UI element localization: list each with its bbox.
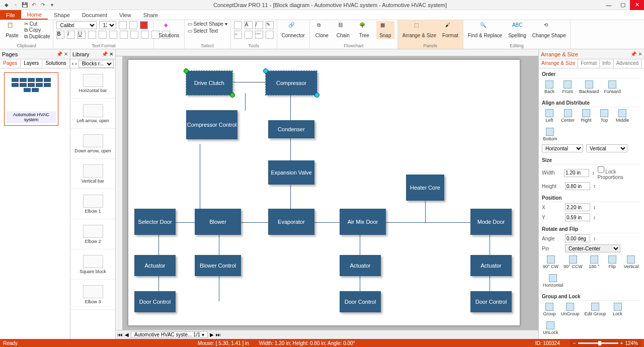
group-button[interactable]: Group <box>543 303 556 316</box>
tab-shape[interactable]: Shape <box>48 10 76 20</box>
edit-group-button[interactable]: Edit Group <box>585 303 606 316</box>
lib-item-square-block[interactable]: Square block <box>70 249 115 280</box>
rect-tool-icon[interactable] <box>234 21 242 29</box>
order-backward-button[interactable]: Backward <box>579 80 599 94</box>
align-top-button[interactable]: Top <box>598 109 611 123</box>
copy-button[interactable]: ⧉ Copy <box>24 27 50 33</box>
lock-button[interactable]: Lock <box>611 303 624 316</box>
lib-prev-icon[interactable]: ‹ <box>72 61 73 66</box>
library-selector[interactable]: Blocks r... <box>78 60 114 68</box>
paste-button[interactable]: 📋Paste <box>3 21 21 39</box>
block-actuator-2[interactable]: Actuator <box>340 255 381 276</box>
lib-item-down-arrow[interactable]: Down arrow, open <box>70 129 115 159</box>
valign-top-icon[interactable] <box>141 31 149 39</box>
qat-dropdown-icon[interactable]: ▾ <box>48 2 55 9</box>
ungroup-button[interactable]: UnGroup <box>561 303 580 316</box>
sheet-nav-last[interactable]: ⏭ <box>216 332 221 337</box>
grow-font-icon[interactable] <box>119 21 127 29</box>
align-right-button[interactable]: Right <box>580 109 593 123</box>
subscript-icon[interactable] <box>99 31 107 39</box>
tab-home[interactable]: Home <box>21 10 48 20</box>
undo-icon[interactable]: ↶ <box>30 2 37 9</box>
block-actuator-1[interactable]: Actuator <box>134 255 176 276</box>
lib-item-horizontal-bar[interactable]: Horizontal bar <box>70 68 115 99</box>
arrange-size-button[interactable]: ⬚Arrange & Size <box>401 21 438 39</box>
close-panel-icon[interactable]: ✕ <box>64 51 68 57</box>
drawing-page[interactable]: Drive Clutch Compressor Compressor Contr… <box>128 59 520 326</box>
pages-tab-solutions[interactable]: Solutions <box>42 59 69 68</box>
file-tab[interactable]: File <box>0 10 21 20</box>
angle-input[interactable] <box>565 234 590 242</box>
block-selector-door[interactable]: Selector Door <box>134 209 176 235</box>
block-evaporator[interactable]: Evaporator <box>268 209 314 235</box>
flip-v-button[interactable]: Vertical <box>624 255 639 269</box>
block-door-control-3[interactable]: Door Control <box>470 291 512 312</box>
align-middle-button[interactable]: Middle <box>616 109 629 123</box>
align-left-button[interactable]: Left <box>543 109 556 123</box>
rp-pin-icon[interactable]: 📌 <box>630 51 636 57</box>
snap-button[interactable]: ▦Snap <box>376 21 394 39</box>
rp-tab-info[interactable]: Info <box>600 59 614 68</box>
lib-item-vertical-bar[interactable]: Vertical bar <box>70 159 115 189</box>
lib-item-elbow2[interactable]: Elbow 2 <box>70 219 115 249</box>
tab-share[interactable]: Share <box>137 10 164 20</box>
width-input[interactable] <box>564 169 589 177</box>
rotate-cw-button[interactable]: 90° CW <box>543 255 558 269</box>
solutions-button[interactable]: ◆Solutions <box>157 21 181 39</box>
lib-item-left-arrow[interactable]: Left arrow, open <box>70 99 115 129</box>
block-drive-clutch[interactable]: Drive Clutch <box>186 71 232 95</box>
block-compressor-control[interactable]: Compressor Control <box>186 110 237 139</box>
zoom-slider[interactable] <box>578 342 618 344</box>
clone-button[interactable]: ⧉Clone <box>313 21 331 39</box>
select-shape-button[interactable]: ▭ Select Shape ▾ <box>188 21 227 27</box>
pin-icon[interactable]: 📌 <box>56 51 62 57</box>
select-text-button[interactable]: ▭ Select Text <box>188 28 218 34</box>
flip-h-button[interactable]: Horizontal <box>543 274 564 288</box>
text-tool-icon[interactable]: A <box>245 21 253 29</box>
format-button[interactable]: 🖌Format <box>441 21 460 39</box>
distribute-h-select[interactable]: Horizontal <box>542 144 583 152</box>
fontsize-select[interactable]: 12 <box>99 21 116 29</box>
sheet-tab[interactable]: Automotive HVAC syste... 1/1 ▾ <box>131 331 208 338</box>
align-bottom-button[interactable]: Bottom <box>543 128 557 141</box>
block-condenser[interactable]: Condenser <box>268 120 314 138</box>
block-blower-control[interactable]: Blower Control <box>195 255 241 276</box>
rp-tab-advanced[interactable]: Advanced <box>614 59 641 68</box>
distribute-v-select[interactable]: Vertical <box>586 144 627 152</box>
unlock-button[interactable]: UnLock <box>543 321 558 335</box>
line-tool-icon[interactable]: / <box>255 21 263 29</box>
rotate-ccw-button[interactable]: 90° CCW <box>564 255 583 269</box>
rp-close-icon[interactable]: ✕ <box>638 51 642 57</box>
sheet-nav-prev[interactable]: ◀ <box>125 332 129 337</box>
spline-tool-icon[interactable]: 〰 <box>255 31 263 39</box>
pages-tab-layers[interactable]: Layers <box>21 59 42 68</box>
block-blower[interactable]: Blower <box>195 209 241 235</box>
change-shape-button[interactable]: ⟲Change Shape <box>531 21 568 39</box>
pen-tool-icon[interactable]: ✎ <box>266 21 274 29</box>
sheet-nav-first[interactable]: ⏮ <box>118 332 123 337</box>
height-input[interactable] <box>565 182 590 190</box>
superscript-icon[interactable] <box>88 31 96 39</box>
block-compressor[interactable]: Compressor <box>266 71 317 95</box>
block-actuator-3[interactable]: Actuator <box>470 255 512 276</box>
tab-view[interactable]: View <box>113 10 137 20</box>
font-select[interactable]: Calibri <box>56 21 97 29</box>
lib-close-icon[interactable]: ✕ <box>109 51 113 57</box>
chain-button[interactable]: ⛓Chain <box>334 21 352 39</box>
align-center-icon[interactable] <box>120 31 128 39</box>
tree-button[interactable]: 🌳Tree <box>355 21 373 39</box>
lib-item-elbow1[interactable]: Elbow 1 <box>70 189 115 219</box>
lib-next-icon[interactable]: › <box>75 61 76 66</box>
find-replace-button[interactable]: 🔍Find & Replace <box>466 21 504 39</box>
redo-icon[interactable]: ↷ <box>39 2 46 9</box>
ellipse-tool-icon[interactable]: ○ <box>234 31 242 39</box>
block-door-control-2[interactable]: Door Control <box>340 291 381 312</box>
align-left-icon[interactable] <box>109 31 117 39</box>
rp-tab-arrange[interactable]: Arrange & Size <box>539 59 578 68</box>
shrink-font-icon[interactable] <box>129 21 137 29</box>
block-heater-core[interactable]: Heater Core <box>406 175 444 201</box>
bold-icon[interactable]: B <box>56 31 64 39</box>
rp-tab-format[interactable]: Format <box>578 59 600 68</box>
zoom-in-button[interactable]: + <box>620 340 623 346</box>
italic-icon[interactable]: I <box>67 31 75 39</box>
